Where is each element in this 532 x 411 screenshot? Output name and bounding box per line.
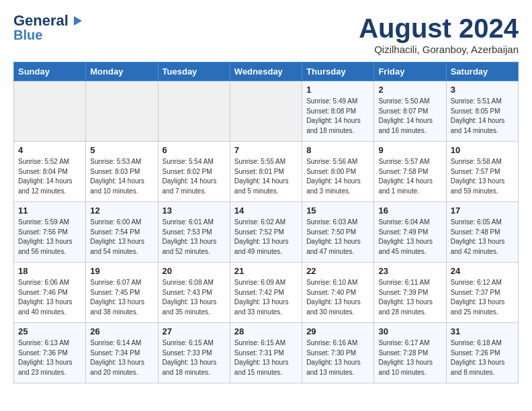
day-number: 23	[378, 266, 441, 276]
weekday-header: Saturday	[446, 62, 518, 81]
calendar-cell: 18Sunrise: 6:06 AM Sunset: 7:46 PM Dayli…	[14, 263, 86, 323]
calendar-cell: 24Sunrise: 6:12 AM Sunset: 7:37 PM Dayli…	[446, 263, 518, 323]
day-number: 1	[306, 85, 369, 95]
day-content: Sunrise: 5:49 AM Sunset: 8:08 PM Dayligh…	[306, 97, 369, 136]
day-number: 19	[90, 266, 153, 276]
calendar-cell: 20Sunrise: 6:08 AM Sunset: 7:43 PM Dayli…	[158, 263, 230, 323]
calendar-cell: 15Sunrise: 6:03 AM Sunset: 7:50 PM Dayli…	[302, 202, 374, 263]
day-number: 16	[378, 205, 441, 216]
day-content: Sunrise: 6:03 AM Sunset: 7:50 PM Dayligh…	[306, 218, 369, 257]
day-content: Sunrise: 6:13 AM Sunset: 7:36 PM Dayligh…	[18, 338, 81, 377]
logo: General Blue	[13, 13, 83, 42]
calendar-cell: 6Sunrise: 5:54 AM Sunset: 8:02 PM Daylig…	[158, 142, 230, 202]
day-number: 26	[90, 326, 153, 336]
day-number: 12	[90, 205, 153, 216]
weekday-header: Friday	[374, 62, 446, 81]
day-content: Sunrise: 5:56 AM Sunset: 8:00 PM Dayligh…	[306, 157, 369, 196]
calendar-cell: 3Sunrise: 5:51 AM Sunset: 8:05 PM Daylig…	[446, 81, 518, 142]
weekday-header: Wednesday	[230, 62, 302, 81]
day-content: Sunrise: 5:59 AM Sunset: 7:56 PM Dayligh…	[18, 218, 81, 257]
day-number: 21	[234, 266, 298, 276]
day-content: Sunrise: 6:09 AM Sunset: 7:42 PM Dayligh…	[234, 278, 298, 317]
calendar-cell: 1Sunrise: 5:49 AM Sunset: 8:08 PM Daylig…	[302, 81, 374, 142]
month-title: August 2024	[359, 13, 519, 44]
calendar-cell: 31Sunrise: 6:18 AM Sunset: 7:26 PM Dayli…	[446, 323, 518, 383]
day-content: Sunrise: 5:51 AM Sunset: 8:05 PM Dayligh…	[451, 97, 514, 136]
location: Qizilhacili, Goranboy, Azerbaijan	[359, 44, 519, 55]
day-number: 24	[451, 266, 514, 276]
calendar-cell: 2Sunrise: 5:50 AM Sunset: 8:07 PM Daylig…	[374, 81, 446, 142]
calendar-cell: 29Sunrise: 6:16 AM Sunset: 7:30 PM Dayli…	[302, 323, 374, 383]
day-number: 25	[18, 326, 81, 336]
day-number: 4	[18, 145, 81, 155]
calendar-cell: 27Sunrise: 6:15 AM Sunset: 7:33 PM Dayli…	[158, 323, 230, 383]
day-number: 27	[163, 326, 226, 336]
svg-marker-0	[74, 16, 82, 26]
day-number: 17	[451, 205, 514, 216]
day-content: Sunrise: 6:18 AM Sunset: 7:26 PM Dayligh…	[451, 338, 514, 377]
day-number: 13	[163, 205, 226, 216]
logo-general: General	[13, 13, 69, 28]
calendar-cell: 16Sunrise: 6:04 AM Sunset: 7:49 PM Dayli…	[374, 202, 446, 263]
day-number: 11	[18, 205, 81, 216]
calendar-cell	[14, 81, 86, 142]
calendar-cell: 21Sunrise: 6:09 AM Sunset: 7:42 PM Dayli…	[230, 263, 302, 323]
page-header: General Blue August 2024 Qizilhacili, Go…	[13, 13, 519, 55]
title-block: August 2024 Qizilhacili, Goranboy, Azerb…	[359, 13, 519, 55]
day-content: Sunrise: 6:10 AM Sunset: 7:40 PM Dayligh…	[306, 278, 369, 317]
day-content: Sunrise: 6:02 AM Sunset: 7:52 PM Dayligh…	[234, 218, 298, 257]
day-content: Sunrise: 6:11 AM Sunset: 7:39 PM Dayligh…	[378, 278, 441, 317]
day-content: Sunrise: 6:16 AM Sunset: 7:30 PM Dayligh…	[306, 338, 369, 377]
day-content: Sunrise: 5:52 AM Sunset: 8:04 PM Dayligh…	[18, 157, 81, 196]
calendar-cell: 8Sunrise: 5:56 AM Sunset: 8:00 PM Daylig…	[302, 142, 374, 202]
day-number: 29	[306, 326, 369, 336]
calendar-week-row: 4Sunrise: 5:52 AM Sunset: 8:04 PM Daylig…	[14, 142, 519, 202]
weekday-header: Tuesday	[158, 62, 230, 81]
day-content: Sunrise: 6:00 AM Sunset: 7:54 PM Dayligh…	[90, 218, 153, 257]
day-number: 18	[18, 266, 81, 276]
calendar-cell: 11Sunrise: 5:59 AM Sunset: 7:56 PM Dayli…	[14, 202, 86, 263]
day-number: 5	[90, 145, 153, 155]
day-number: 28	[234, 326, 298, 336]
weekday-header-row: SundayMondayTuesdayWednesdayThursdayFrid…	[14, 62, 519, 81]
day-content: Sunrise: 5:58 AM Sunset: 7:57 PM Dayligh…	[451, 157, 514, 196]
day-content: Sunrise: 5:55 AM Sunset: 8:01 PM Dayligh…	[234, 157, 298, 196]
calendar-cell: 30Sunrise: 6:17 AM Sunset: 7:28 PM Dayli…	[374, 323, 446, 383]
day-number: 9	[378, 145, 441, 155]
calendar-cell: 26Sunrise: 6:14 AM Sunset: 7:34 PM Dayli…	[86, 323, 158, 383]
day-content: Sunrise: 6:01 AM Sunset: 7:53 PM Dayligh…	[163, 218, 226, 257]
calendar-cell: 25Sunrise: 6:13 AM Sunset: 7:36 PM Dayli…	[14, 323, 86, 383]
day-content: Sunrise: 6:17 AM Sunset: 7:28 PM Dayligh…	[378, 338, 441, 377]
calendar-cell: 7Sunrise: 5:55 AM Sunset: 8:01 PM Daylig…	[230, 142, 302, 202]
day-number: 8	[306, 145, 369, 155]
day-content: Sunrise: 5:53 AM Sunset: 8:03 PM Dayligh…	[90, 157, 153, 196]
calendar-table: SundayMondayTuesdayWednesdayThursdayFrid…	[13, 62, 519, 383]
calendar-cell: 28Sunrise: 6:15 AM Sunset: 7:31 PM Dayli…	[230, 323, 302, 383]
day-number: 10	[451, 145, 514, 155]
day-content: Sunrise: 6:15 AM Sunset: 7:33 PM Dayligh…	[163, 338, 226, 377]
logo-icon	[69, 13, 83, 28]
day-content: Sunrise: 6:06 AM Sunset: 7:46 PM Dayligh…	[18, 278, 81, 317]
day-number: 22	[306, 266, 369, 276]
day-content: Sunrise: 6:07 AM Sunset: 7:45 PM Dayligh…	[90, 278, 153, 317]
day-number: 30	[378, 326, 441, 336]
logo-blue: Blue	[13, 28, 42, 42]
day-content: Sunrise: 5:50 AM Sunset: 8:07 PM Dayligh…	[378, 97, 441, 136]
calendar-cell: 12Sunrise: 6:00 AM Sunset: 7:54 PM Dayli…	[86, 202, 158, 263]
day-content: Sunrise: 6:08 AM Sunset: 7:43 PM Dayligh…	[163, 278, 226, 317]
day-content: Sunrise: 6:15 AM Sunset: 7:31 PM Dayligh…	[234, 338, 298, 377]
calendar-cell: 17Sunrise: 6:05 AM Sunset: 7:48 PM Dayli…	[446, 202, 518, 263]
calendar-cell: 23Sunrise: 6:11 AM Sunset: 7:39 PM Dayli…	[374, 263, 446, 323]
calendar-cell: 14Sunrise: 6:02 AM Sunset: 7:52 PM Dayli…	[230, 202, 302, 263]
calendar-cell	[158, 81, 230, 142]
calendar-cell: 13Sunrise: 6:01 AM Sunset: 7:53 PM Dayli…	[158, 202, 230, 263]
day-content: Sunrise: 5:57 AM Sunset: 7:58 PM Dayligh…	[378, 157, 441, 196]
day-content: Sunrise: 6:14 AM Sunset: 7:34 PM Dayligh…	[90, 338, 153, 377]
day-content: Sunrise: 6:05 AM Sunset: 7:48 PM Dayligh…	[451, 218, 514, 257]
day-number: 20	[163, 266, 226, 276]
calendar-cell: 10Sunrise: 5:58 AM Sunset: 7:57 PM Dayli…	[446, 142, 518, 202]
day-content: Sunrise: 5:54 AM Sunset: 8:02 PM Dayligh…	[163, 157, 226, 196]
calendar-cell: 5Sunrise: 5:53 AM Sunset: 8:03 PM Daylig…	[86, 142, 158, 202]
day-content: Sunrise: 6:04 AM Sunset: 7:49 PM Dayligh…	[378, 218, 441, 257]
weekday-header: Thursday	[302, 62, 374, 81]
